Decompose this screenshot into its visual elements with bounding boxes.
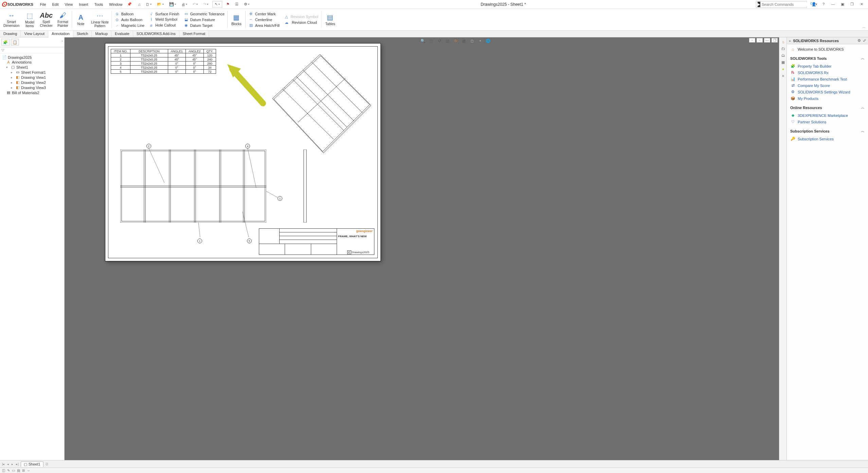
minimize-icon[interactable]: — (829, 2, 837, 6)
my-products-link[interactable]: 📦My Products (790, 95, 865, 102)
add-sheet-icon[interactable]: 🗋 (45, 462, 49, 466)
sheet-nav-last-icon[interactable]: ▸| (15, 462, 19, 466)
geometric-tolerance-button[interactable]: ▭Geometric Tolerance (183, 11, 225, 16)
taskpane-pin-icon[interactable]: ⤢ (863, 38, 866, 43)
restore-icon[interactable]: ❐ (848, 2, 856, 6)
tree-bom[interactable]: ▤Bill of Materials2 (1, 90, 64, 95)
prev-view-icon[interactable]: ↺ (436, 39, 442, 43)
revision-cloud-button[interactable]: ☁Revision Cloud (283, 20, 319, 25)
magnetic-line-button[interactable]: ⟋Magnetic Line (114, 23, 145, 28)
drawing-view-side[interactable] (300, 150, 311, 223)
tab-drawing[interactable]: Drawing (0, 31, 21, 37)
status-icon[interactable]: ▭ (12, 469, 15, 472)
new-doc-icon[interactable]: 🗋 (144, 2, 153, 7)
spell-checker-button[interactable]: Abc Spell Checker (38, 10, 55, 30)
user-icon[interactable]: 👤 (810, 2, 818, 6)
surface-finish-button[interactable]: √Surface Finish (148, 12, 180, 16)
3d-view-icon[interactable]: 🌐 (485, 39, 491, 43)
balloon-button[interactable]: ①Balloon (114, 12, 145, 17)
weld-symbol-button[interactable]: ⌇Weld Symbol (148, 17, 180, 22)
center-mark-button[interactable]: ⊕Center Mark (248, 11, 280, 16)
drawing-view-front[interactable] (120, 150, 266, 223)
tree-view2[interactable]: ▸◧Drawing View2 (1, 80, 64, 85)
view-settings-icon[interactable]: ⚬ (477, 39, 483, 43)
options-list-icon[interactable]: ☰ (234, 1, 240, 7)
drawing-canvas[interactable]: 🔍 ⬚ ↺ ◫ ↻ ▥ ◻ ⚬ 🌐 ▫ ▫ — ❐ ✕ ITEM NO. (65, 37, 786, 460)
taskpane-settings-icon[interactable]: ⚙ (857, 38, 861, 43)
welcome-link[interactable]: ⌂Welcome to SOLIDWORKS (790, 46, 865, 52)
taskpane-explorer-icon[interactable]: 🗂 (780, 52, 786, 58)
doc-tile-icon[interactable]: ❐ (772, 38, 778, 42)
sheet-tab[interactable]: ▢Sheet1 (21, 461, 43, 467)
hole-callout-button[interactable]: ⌀Hole Callout (148, 23, 180, 28)
section-view-icon[interactable]: ◫ (444, 39, 450, 43)
tab-annotation[interactable]: Annotation (48, 31, 73, 37)
smart-dimension-button[interactable]: ↔ Smart Dimension (1, 10, 21, 30)
fm-tab-tree-icon[interactable]: 🧩 (1, 39, 10, 46)
print-icon[interactable]: 🖨 (180, 2, 189, 7)
close-icon[interactable]: ✕ (858, 2, 865, 6)
status-icon[interactable]: ▤ (17, 469, 20, 472)
rebuild-icon[interactable]: ⚑ (225, 1, 231, 7)
partner-solutions-link[interactable]: ♡Partner Solutions (790, 119, 865, 125)
search-mode-icon[interactable]: ▶ (758, 2, 760, 7)
undo-icon[interactable]: ↶ (191, 1, 199, 7)
section-tools[interactable]: SOLIDWORKS Tools︿ (790, 56, 865, 61)
auto-balloon-button[interactable]: ⊙Auto Balloon (114, 17, 145, 22)
balloon[interactable]: 4 (245, 144, 250, 148)
doc-max-icon[interactable]: ▫ (757, 38, 763, 42)
sheet-nav-first-icon[interactable]: |◂ (1, 462, 5, 466)
sheet-nav-next-icon[interactable]: ▸ (11, 462, 14, 466)
format-painter-button[interactable]: 🖌 Format Painter (55, 10, 71, 30)
centerline-button[interactable]: ╌Centerline (248, 17, 280, 22)
status-icon[interactable]: ◫ (2, 469, 5, 472)
taskpane-lib-icon[interactable]: 🗀 (780, 46, 786, 52)
settings-gear-icon[interactable]: ⚙ (243, 1, 251, 7)
menu-edit[interactable]: Edit (50, 1, 61, 7)
menu-window[interactable]: Window (106, 1, 125, 7)
subscription-services-link[interactable]: 🔑Subscription Services (790, 136, 865, 142)
taskpane-appearance-icon[interactable]: ● (780, 66, 786, 72)
tables-button[interactable]: ▤ Tables (322, 10, 338, 30)
search-commands[interactable]: ▶ 🔍 ▾ (756, 1, 807, 8)
taskpane-palette-icon[interactable]: ▦ (780, 59, 786, 65)
tab-view-layout[interactable]: View Layout (21, 31, 48, 37)
tree-annotations[interactable]: AAnnotations (1, 60, 64, 65)
home-icon[interactable]: ⌂ (137, 2, 142, 7)
doc-restore-icon[interactable]: — (764, 38, 770, 42)
model-items-button[interactable]: ⬚ Model Items (21, 10, 38, 30)
balloon[interactable]: 1 (197, 239, 202, 243)
balloon[interactable]: 5 (247, 239, 252, 243)
balloon[interactable]: 1 (278, 196, 282, 201)
maximize-icon[interactable]: ▣ (839, 2, 846, 6)
help-icon[interactable]: ? (820, 2, 827, 6)
tab-markup[interactable]: Markup (92, 31, 111, 37)
doc-min-icon[interactable]: ▫ (749, 38, 755, 42)
menu-view[interactable]: View (62, 1, 75, 7)
save-icon[interactable]: 💾 (168, 1, 177, 7)
menu-file[interactable]: File (37, 1, 49, 7)
ribbon-collapse-icon[interactable]: ︿ (862, 24, 866, 30)
datum-feature-button[interactable]: ⬓Datum Feature (183, 17, 225, 22)
tree-root[interactable]: 📄Drawings2025 (1, 55, 64, 60)
menu-insert[interactable]: Insert (76, 1, 91, 7)
zoom-area-icon[interactable]: ⬚ (428, 39, 434, 43)
tab-sketch[interactable]: Sketch (73, 31, 92, 37)
tab-evaluate-real[interactable]: Evaluate (111, 31, 133, 37)
tab-addins[interactable]: SOLIDWORKS Add-Ins (133, 31, 179, 37)
zoom-fit-icon[interactable]: 🔍 (420, 39, 426, 43)
fm-filter-icon[interactable]: ▽ (1, 48, 4, 52)
marketplace-link[interactable]: ◆3DEXPERIENCE Marketplace (790, 112, 865, 119)
section-online[interactable]: Online Resources︿ (790, 105, 865, 110)
status-icon[interactable]: ↔ (27, 469, 30, 472)
pin-menu-icon[interactable]: 📌 (127, 2, 132, 6)
bom-table[interactable]: ITEM NO. DESCRIPTION ANGLE1 ANGLE2 QTY. … (111, 49, 216, 74)
performance-benchmark-link[interactable]: 📊Performance Benchmark Test (790, 76, 865, 82)
display-style-icon[interactable]: ↻ (453, 39, 459, 43)
tab-sheet-format[interactable]: Sheet Format (179, 31, 209, 37)
settings-wizard-link[interactable]: ⚙SOLIDWORKS Settings Wizard (790, 89, 865, 95)
taskpane-custom-icon[interactable]: ≡ (780, 73, 786, 79)
fm-flyout-icon[interactable]: › (61, 39, 63, 46)
status-icon[interactable]: ✎ (7, 469, 10, 472)
tree-sheet-format[interactable]: ▸▭Sheet Format1 (1, 70, 64, 75)
